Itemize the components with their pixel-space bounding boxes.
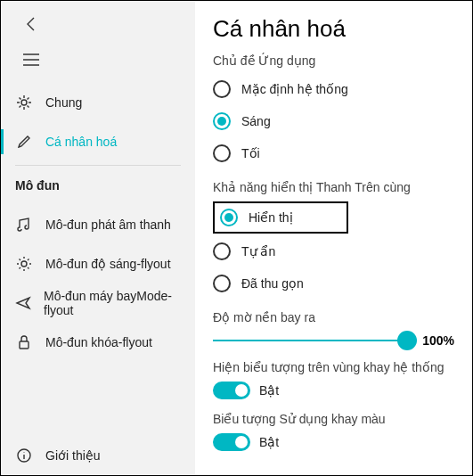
- toggle-switch-icon: [213, 433, 250, 451]
- opacity-slider[interactable]: [213, 340, 415, 341]
- svg-point-1: [21, 261, 27, 267]
- divider: [15, 165, 181, 166]
- radio-label: Sáng: [241, 114, 271, 128]
- music-icon: [15, 216, 33, 234]
- toggle-tray-icon[interactable]: Bật: [213, 382, 454, 399]
- radio-label: Đã thu gọn: [241, 276, 304, 291]
- sidebar-item-airplane-module[interactable]: Mô-đun máy bayMode-flyout: [1, 283, 195, 323]
- toggle-label: Bật: [259, 435, 279, 449]
- sidebar-item-label: Chung: [45, 95, 82, 110]
- sidebar-item-personalize[interactable]: Cá nhân hoá: [1, 122, 195, 161]
- radio-topbar-autohide[interactable]: Tự ẩn: [213, 237, 454, 266]
- sidebar-item-label: Mô-đun khóa-flyout: [45, 335, 152, 349]
- menu-button[interactable]: [15, 44, 47, 76]
- sidebar-item-label: Giới thiệu: [45, 448, 101, 463]
- main-content: Cá nhân hoá Chủ đề Ứng dụng Mặc định hệ …: [195, 1, 472, 475]
- radio-circle-icon: [213, 275, 231, 292]
- toggle-colored-tray[interactable]: Bật: [213, 433, 454, 451]
- radio-circle-icon: [213, 242, 231, 260]
- sidebar-item-label: Mô-đun phát âm thanh: [45, 217, 171, 232]
- sidebar-item-audio-module[interactable]: Mô-đun phát âm thanh: [1, 205, 195, 244]
- sidebar-item-label: Cá nhân hoá: [45, 135, 117, 149]
- radio-theme-light[interactable]: Sáng: [213, 107, 454, 135]
- radio-label: Tối: [241, 146, 260, 160]
- group-label-topbar: Khả năng hiển thị Thanh Trên cùng: [213, 180, 454, 194]
- info-icon: [15, 447, 33, 464]
- highlight-box: Hiển thị: [213, 201, 348, 234]
- svg-rect-2: [20, 341, 29, 349]
- radio-theme-dark[interactable]: Tối: [213, 139, 454, 168]
- radio-theme-system[interactable]: Mặc định hệ thống: [213, 75, 454, 103]
- section-header-modules: Mô đun: [1, 169, 195, 198]
- svg-point-0: [21, 100, 27, 105]
- arrow-left-icon: [23, 16, 39, 32]
- airplane-icon: [15, 294, 31, 312]
- sidebar-item-lock-module[interactable]: Mô-đun khóa-flyout: [1, 323, 195, 362]
- brush-icon: [15, 133, 33, 151]
- sidebar-item-label: Mô-đun độ sáng-flyout: [45, 257, 171, 271]
- group-label-theme: Chủ đề Ứng dụng: [213, 53, 454, 68]
- radio-circle-icon: [213, 112, 231, 130]
- radio-circle-icon: [220, 209, 238, 226]
- hamburger-icon: [23, 53, 39, 66]
- radio-circle-icon: [213, 144, 231, 162]
- radio-label: Tự ẩn: [241, 244, 275, 259]
- group-label-tray-icon: Hiện biểu tượng trên vùng khay hệ thống: [213, 360, 454, 374]
- radio-circle-icon: [213, 80, 231, 98]
- group-label-opacity: Độ mờ nền bay ra: [213, 310, 454, 324]
- toggle-switch-icon: [213, 382, 250, 399]
- sidebar-item-general[interactable]: Chung: [1, 83, 195, 122]
- toggle-label: Bật: [259, 383, 279, 398]
- radio-topbar-collapsed[interactable]: Đã thu gọn: [213, 269, 454, 298]
- page-title: Cá nhân hoá: [213, 15, 454, 43]
- slider-value: 100%: [422, 333, 454, 348]
- gear-icon: [15, 94, 33, 111]
- slider-thumb[interactable]: [397, 331, 417, 350]
- radio-label: Hiển thị: [249, 210, 293, 225]
- back-button[interactable]: [15, 8, 47, 40]
- sidebar-item-label: Mô-đun máy bayMode-flyout: [44, 289, 181, 317]
- sun-icon: [15, 255, 33, 273]
- lock-icon: [15, 333, 33, 351]
- sidebar: Chung Cá nhân hoá Mô đun Mô-đun phát âm …: [1, 1, 195, 475]
- sidebar-item-about[interactable]: Giới thiệu: [1, 436, 195, 475]
- radio-label: Mặc định hệ thống: [241, 82, 348, 96]
- radio-topbar-visible[interactable]: Hiển thị: [220, 207, 293, 228]
- sidebar-item-brightness-module[interactable]: Mô-đun độ sáng-flyout: [1, 244, 195, 283]
- group-label-colored-tray: Biểu tượng Sử dụng khay màu: [213, 412, 454, 426]
